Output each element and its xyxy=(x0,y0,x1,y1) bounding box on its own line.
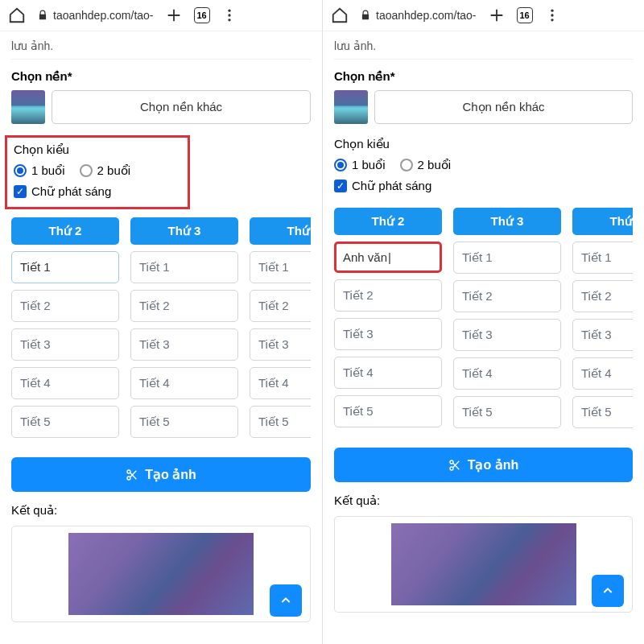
bg-thumbnail[interactable] xyxy=(11,90,45,124)
period-input[interactable]: Tiết 2 xyxy=(250,290,311,322)
divider xyxy=(11,59,311,60)
glow-text-checkbox[interactable]: ✓ Chữ phát sáng xyxy=(334,179,633,193)
day-header: Thứ 2 xyxy=(11,217,119,245)
tab-count[interactable]: 16 xyxy=(517,7,533,23)
glow-text-checkbox[interactable]: ✓ Chữ phát sáng xyxy=(14,184,181,199)
create-image-button[interactable]: Tạo ảnh xyxy=(11,457,311,492)
period-input[interactable]: Tiết 4 xyxy=(250,367,311,399)
day-column: Thứ 3 Tiết 1 Tiết 2 Tiết 3 Tiết 4 Tiết 5 xyxy=(130,217,238,438)
period-input[interactable]: Tiết 4 xyxy=(453,357,561,390)
lock-icon xyxy=(37,10,48,21)
svg-point-5 xyxy=(551,10,553,12)
period-input[interactable]: Tiết 1 xyxy=(11,251,119,283)
day-column: Thứ 4 Tiết 1 Tiết 2 Tiết 3 Tiết 4 Tiết 5 xyxy=(572,208,633,428)
style-section: Chọn kiểu 1 buổi 2 buổi ✓ Chữ phát sáng xyxy=(334,135,633,200)
period-input[interactable]: Tiết 2 xyxy=(572,280,633,312)
url-text: taoanhdep.com/tao- xyxy=(376,9,477,22)
home-icon[interactable] xyxy=(8,6,26,24)
truncated-text: lưu ảnh. xyxy=(334,39,633,52)
radio-2-session[interactable]: 2 buổi xyxy=(80,163,131,178)
svg-point-4 xyxy=(127,477,130,480)
menu-icon[interactable] xyxy=(221,7,237,23)
schedule-grid: Thứ 2 Tiết 1 Tiết 2 Tiết 3 Tiết 4 Tiết 5… xyxy=(11,217,311,438)
radio-2-session[interactable]: 2 buổi xyxy=(400,158,452,172)
result-box xyxy=(334,516,633,613)
day-column: Thứ 4 Tiết 1 Tiết 2 Tiết 3 Tiết 4 Tiết 5 xyxy=(250,217,311,438)
new-tab-icon[interactable] xyxy=(165,6,183,24)
period-input[interactable]: Tiết 3 xyxy=(572,319,633,351)
right-screenshot: taoanhdep.com/tao- 16 lưu ảnh. Chọn nền*… xyxy=(322,0,644,644)
period-input[interactable]: Tiết 1 xyxy=(250,251,311,283)
truncated-text: lưu ảnh. xyxy=(11,39,311,52)
period-input[interactable]: Tiết 3 xyxy=(250,328,311,361)
period-input[interactable]: Tiết 4 xyxy=(130,367,238,399)
svg-point-6 xyxy=(551,14,553,16)
left-screenshot: taoanhdep.com/tao- 16 lưu ảnh. Chọn nền*… xyxy=(0,0,322,644)
period-input[interactable]: Tiết 3 xyxy=(130,328,238,361)
divider xyxy=(334,59,633,60)
create-image-button[interactable]: Tạo ảnh xyxy=(334,448,633,482)
schedule-grid: Thứ 2 Anh văn Tiết 2 Tiết 3 Tiết 4 Tiết … xyxy=(334,208,633,428)
style-section-highlight: Chọn kiểu 1 buổi 2 buổi ✓ Chữ phát sáng xyxy=(5,135,190,209)
period-input[interactable]: Tiết 2 xyxy=(130,290,238,322)
choose-other-button[interactable]: Chọn nền khác xyxy=(52,90,311,124)
home-icon[interactable] xyxy=(331,6,349,24)
result-box xyxy=(11,526,311,622)
day-header: Thứ 3 xyxy=(453,208,561,235)
period-input[interactable]: Tiết 2 xyxy=(11,290,119,322)
tab-count[interactable]: 16 xyxy=(194,7,210,23)
period-input[interactable]: Tiết 5 xyxy=(453,396,561,428)
check-icon: ✓ xyxy=(14,185,27,198)
svg-point-2 xyxy=(228,19,230,21)
style-title: Chọn kiểu xyxy=(14,142,181,157)
period-input[interactable]: Tiết 3 xyxy=(453,319,561,351)
radio-icon xyxy=(400,159,413,171)
choose-other-button[interactable]: Chọn nền khác xyxy=(374,90,633,124)
day-header: Thứ 4 xyxy=(250,217,311,245)
scissors-icon xyxy=(126,469,138,481)
period-input[interactable]: Tiết 5 xyxy=(130,406,238,438)
url-display[interactable]: taoanhdep.com/tao- xyxy=(360,9,477,22)
period-input[interactable]: Tiết 2 xyxy=(453,280,561,312)
period-input[interactable]: Tiết 5 xyxy=(11,406,119,438)
svg-point-3 xyxy=(127,470,130,473)
period-input[interactable]: Tiết 3 xyxy=(11,328,119,361)
svg-point-8 xyxy=(450,460,453,464)
day-column: Thứ 2 Anh văn Tiết 2 Tiết 3 Tiết 4 Tiết … xyxy=(334,208,442,428)
radio-icon xyxy=(334,159,347,171)
bg-thumbnail[interactable] xyxy=(334,90,368,124)
period-input[interactable]: Tiết 1 xyxy=(572,242,633,274)
check-icon: ✓ xyxy=(334,180,347,192)
period-input[interactable]: Tiết 4 xyxy=(572,357,633,390)
period-input[interactable]: Tiết 5 xyxy=(250,406,311,438)
period-input[interactable]: Tiết 1 xyxy=(453,242,561,274)
day-header: Thứ 4 xyxy=(572,208,633,235)
radio-1-session[interactable]: 1 buổi xyxy=(14,163,65,178)
period-input[interactable]: Tiết 3 xyxy=(334,318,442,350)
new-tab-icon[interactable] xyxy=(488,6,506,24)
period-input[interactable]: Tiết 5 xyxy=(334,395,442,427)
period-input[interactable]: Tiết 4 xyxy=(11,367,119,399)
scroll-top-button[interactable] xyxy=(270,584,302,617)
url-display[interactable]: taoanhdep.com/tao- xyxy=(37,9,154,22)
bg-label: Chọn nền* xyxy=(334,69,633,84)
day-header: Thứ 3 xyxy=(130,217,238,245)
menu-icon[interactable] xyxy=(544,7,560,23)
radio-icon xyxy=(80,164,93,177)
radio-1-session[interactable]: 1 buổi xyxy=(334,158,386,172)
svg-point-9 xyxy=(450,467,453,470)
browser-bar: taoanhdep.com/tao- 16 xyxy=(323,0,644,31)
period-input[interactable]: Tiết 5 xyxy=(572,396,633,428)
result-image xyxy=(391,523,576,605)
period-input-highlight[interactable]: Anh văn xyxy=(334,242,442,273)
result-label: Kết quả: xyxy=(11,503,311,518)
svg-point-7 xyxy=(551,19,553,21)
period-input[interactable]: Tiết 2 xyxy=(334,279,442,312)
svg-point-0 xyxy=(228,10,230,12)
lock-icon xyxy=(360,10,371,21)
scroll-top-button[interactable] xyxy=(592,575,624,607)
period-input[interactable]: Tiết 4 xyxy=(334,357,442,389)
period-input[interactable]: Tiết 1 xyxy=(130,251,238,283)
bg-label: Chọn nền* xyxy=(11,69,311,84)
svg-point-1 xyxy=(228,14,230,16)
